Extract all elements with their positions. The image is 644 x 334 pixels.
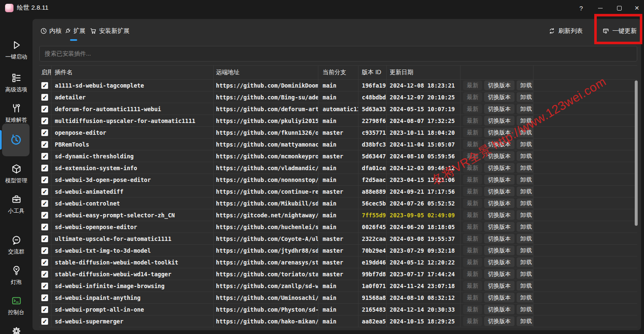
uninstall-button[interactable]: 卸载: [517, 187, 534, 196]
switch-version-button[interactable]: 切换版本: [484, 175, 515, 184]
uninstall-button[interactable]: 卸载: [517, 246, 534, 255]
uninstall-button[interactable]: 卸载: [517, 293, 534, 302]
play-icon: [11, 40, 22, 51]
uninstall-button[interactable]: 卸载: [517, 92, 534, 102]
switch-version-button[interactable]: 切换版本: [484, 269, 515, 279]
latest-button[interactable]: 最新: [463, 293, 482, 302]
extension-enabled-checkbox[interactable]: ✓: [39, 268, 51, 280]
extension-name: sd-webui-easy-prompt-selector-zh_CN: [51, 209, 214, 221]
extension-enabled-checkbox[interactable]: ✓: [39, 315, 51, 327]
sidebar-item-chat-group[interactable]: 交流群: [0, 235, 32, 256]
uninstall-button[interactable]: 卸载: [517, 104, 534, 114]
help-button[interactable]: ?: [573, 0, 590, 16]
switch-version-button[interactable]: 切换版本: [484, 257, 515, 267]
sidebar-item-advanced-options[interactable]: 高级选项: [0, 72, 32, 94]
switch-version-button[interactable]: 切换版本: [484, 92, 515, 102]
extension-enabled-checkbox[interactable]: ✓: [39, 150, 51, 162]
switch-version-button[interactable]: 切换版本: [484, 104, 515, 114]
extension-row: ✓stable-diffusion-webui-model-toolkithtt…: [39, 257, 637, 268]
uninstall-button[interactable]: 卸载: [517, 80, 534, 90]
extension-row: ✓sd-webui-3d-open-pose-editorhttps://git…: [39, 174, 637, 186]
switch-version-button[interactable]: 切换版本: [484, 234, 515, 243]
switch-version-button[interactable]: 切换版本: [484, 116, 515, 126]
uninstall-button[interactable]: 卸载: [517, 269, 534, 279]
extension-enabled-checkbox[interactable]: ✓: [39, 209, 51, 221]
latest-button[interactable]: 最新: [463, 316, 482, 326]
tab-install-new-extension[interactable]: 安装新扩展: [90, 25, 130, 37]
uninstall-button[interactable]: 卸载: [517, 163, 534, 173]
latest-button[interactable]: 最新: [463, 281, 482, 291]
sidebar-item-troubleshoot[interactable]: 疑难解答: [0, 103, 32, 124]
extension-enabled-checkbox[interactable]: ✓: [39, 257, 51, 268]
latest-button[interactable]: 最新: [463, 116, 482, 126]
uninstall-button[interactable]: 卸载: [517, 175, 534, 184]
extension-enabled-checkbox[interactable]: ✓: [39, 127, 51, 138]
extension-enabled-checkbox[interactable]: ✓: [39, 198, 51, 209]
switch-version-button[interactable]: 切换版本: [484, 293, 515, 302]
uninstall-button[interactable]: 卸载: [517, 305, 534, 314]
sidebar-item-console[interactable]: 控制台: [0, 295, 32, 316]
sidebar-item-launch[interactable]: 一键启动: [0, 40, 32, 61]
latest-button[interactable]: 最新: [463, 104, 482, 114]
sidebar-item-small-tools[interactable]: 小工具: [0, 194, 32, 215]
uninstall-button[interactable]: 卸载: [517, 257, 534, 267]
extension-enabled-checkbox[interactable]: ✓: [39, 80, 51, 91]
sidebar-item-label: 控制台: [8, 309, 24, 316]
switch-version-button[interactable]: 切换版本: [484, 210, 515, 220]
extension-enabled-checkbox[interactable]: ✓: [39, 233, 51, 244]
col-actions: [461, 66, 534, 79]
checkmark-icon: ✓: [41, 141, 48, 148]
extension-enabled-checkbox[interactable]: ✓: [39, 292, 51, 303]
sidebar-item-settings[interactable]: 设置: [0, 326, 32, 334]
tab-kernel[interactable]: 内核: [40, 25, 62, 37]
switch-version-button[interactable]: 切换版本: [484, 198, 515, 208]
latest-button[interactable]: 最新: [463, 175, 482, 184]
switch-version-button[interactable]: 切换版本: [484, 222, 515, 232]
extension-enabled-checkbox[interactable]: ✓: [39, 91, 51, 103]
sidebar-item-model-manage[interactable]: 模型管理: [0, 163, 32, 184]
uninstall-button[interactable]: 卸载: [517, 151, 534, 161]
latest-button[interactable]: 最新: [463, 210, 482, 220]
switch-version-button[interactable]: 切换版本: [484, 281, 515, 291]
extension-enabled-checkbox[interactable]: ✓: [39, 304, 51, 315]
extension-enabled-checkbox[interactable]: ✓: [39, 103, 51, 115]
latest-button[interactable]: 最新: [463, 222, 482, 232]
extension-name: sd-webui-prompt-all-in-one: [51, 304, 214, 315]
latest-button[interactable]: 最新: [463, 198, 482, 208]
latest-button[interactable]: 最新: [463, 92, 482, 102]
switch-version-button[interactable]: 切换版本: [484, 246, 515, 255]
extension-enabled-checkbox[interactable]: ✓: [39, 186, 51, 197]
switch-version-button[interactable]: 切换版本: [484, 80, 515, 90]
latest-button[interactable]: 最新: [463, 257, 482, 267]
uninstall-button[interactable]: 卸载: [517, 222, 534, 232]
uninstall-button[interactable]: 卸载: [517, 316, 534, 326]
switch-version-button[interactable]: 切换版本: [484, 163, 515, 173]
latest-button[interactable]: 最新: [463, 305, 482, 314]
latest-button[interactable]: 最新: [463, 246, 482, 255]
extension-enabled-checkbox[interactable]: ✓: [39, 221, 51, 232]
uninstall-button[interactable]: 卸载: [517, 198, 534, 208]
uninstall-button[interactable]: 卸载: [517, 281, 534, 291]
latest-button[interactable]: 最新: [463, 128, 482, 137]
uninstall-button[interactable]: 卸载: [517, 210, 534, 220]
uninstall-button[interactable]: 卸载: [517, 234, 534, 243]
extension-enabled-checkbox[interactable]: ✓: [39, 245, 51, 256]
extension-enabled-checkbox[interactable]: ✓: [39, 115, 51, 126]
extension-enabled-checkbox[interactable]: ✓: [39, 174, 51, 185]
latest-button[interactable]: 最新: [463, 80, 482, 90]
switch-version-button[interactable]: 切换版本: [484, 305, 515, 314]
latest-button[interactable]: 最新: [463, 269, 482, 279]
latest-button[interactable]: 最新: [463, 187, 482, 196]
switch-version-button[interactable]: 切换版本: [484, 187, 515, 196]
latest-button[interactable]: 最新: [463, 234, 482, 243]
vertical-scrollbar-thumb[interactable]: [635, 80, 638, 226]
sidebar-item-version-manage-active[interactable]: [2, 123, 30, 156]
tab-extensions[interactable]: 扩展: [64, 25, 86, 37]
search-installed-plugins-input[interactable]: 搜索已安装插件...: [39, 46, 637, 61]
extension-enabled-checkbox[interactable]: ✓: [39, 162, 51, 174]
refresh-list-button[interactable]: 刷新列表: [548, 25, 583, 37]
sidebar-item-lightbulb[interactable]: 灯泡: [0, 265, 32, 286]
switch-version-button[interactable]: 切换版本: [484, 316, 515, 326]
extension-enabled-checkbox[interactable]: ✓: [39, 280, 51, 291]
extension-enabled-checkbox[interactable]: ✓: [39, 139, 51, 150]
